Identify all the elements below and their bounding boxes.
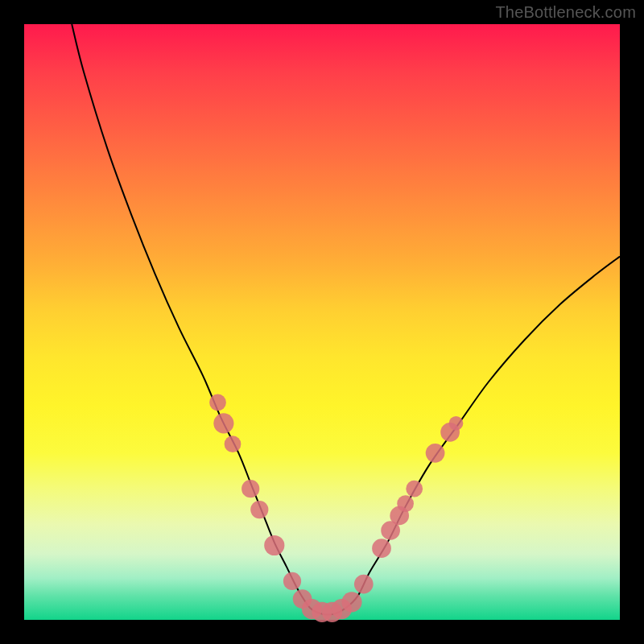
chart-frame: TheBottleneck.com (0, 0, 644, 644)
chart-marker (372, 539, 391, 558)
plot-area (24, 24, 620, 620)
chart-marker (225, 436, 242, 452)
marker-group (209, 394, 463, 622)
chart-marker (426, 444, 445, 463)
chart-marker (242, 480, 259, 497)
chart-marker (354, 575, 374, 594)
chart-marker (264, 535, 284, 555)
chart-marker (449, 416, 464, 431)
chart-svg (24, 24, 620, 620)
bottleneck-curve (72, 24, 620, 615)
chart-marker (341, 592, 361, 612)
chart-marker (250, 501, 268, 518)
chart-marker (406, 481, 423, 497)
chart-marker (283, 572, 301, 590)
chart-marker (209, 394, 226, 411)
chart-marker (397, 495, 414, 512)
watermark-text: TheBottleneck.com (495, 3, 636, 22)
chart-marker (213, 413, 233, 433)
